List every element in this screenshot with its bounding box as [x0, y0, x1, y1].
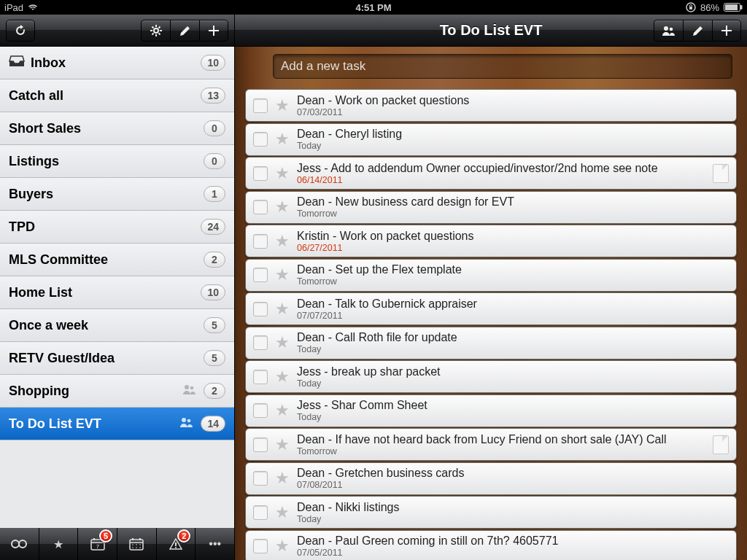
orientation-lock-icon [686, 2, 696, 12]
note-icon [713, 164, 729, 183]
add-task-button[interactable] [712, 20, 741, 42]
sidebar-item-count: 5 [204, 317, 225, 333]
task-row[interactable]: ★Jess - Shar Comm SheetToday [245, 394, 737, 427]
svg-point-30 [136, 544, 138, 545]
task-checkbox[interactable] [253, 234, 268, 249]
task-checkbox[interactable] [253, 438, 268, 452]
tab-today[interactable]: 7 5 [78, 528, 117, 560]
task-row[interactable]: ★Dean - If have not heard back from Lucy… [245, 428, 737, 461]
device-label: iPad [4, 2, 23, 13]
status-bar: iPad 4:51 PM 86% [0, 0, 747, 15]
sidebar-item-count: 1 [204, 186, 225, 202]
star-icon[interactable]: ★ [275, 469, 290, 488]
tab-more[interactable]: ••• [196, 528, 234, 560]
tasks-container[interactable]: ★Dean - Work on packet questions07/03/20… [235, 89, 747, 560]
tab-overdue[interactable]: 2 [157, 528, 196, 560]
svg-rect-3 [725, 4, 738, 10]
star-icon[interactable]: ★ [275, 164, 290, 183]
sidebar-item[interactable]: Shopping2 [0, 375, 234, 408]
star-icon[interactable]: ★ [275, 368, 290, 386]
task-row[interactable]: ★Dean - Set up the Flex templateTomorrow [245, 259, 737, 292]
sidebar-item[interactable]: Inbox10 [0, 47, 234, 79]
sidebar-item[interactable]: Listings0 [0, 145, 234, 178]
sidebar-item[interactable]: TPD24 [0, 211, 234, 244]
task-row[interactable]: ★Dean - Paul Green coming in still on 7t… [245, 530, 737, 561]
star-icon[interactable]: ★ [275, 130, 290, 149]
svg-point-38 [669, 27, 673, 31]
bottom-tabbar: ★ 7 5 2 ••• [0, 528, 234, 560]
settings-button[interactable] [141, 20, 170, 42]
tab-week[interactable] [117, 528, 157, 560]
svg-line-10 [152, 26, 153, 28]
task-row[interactable]: ★Dean - Call Roth file for updateToday [245, 327, 737, 359]
star-icon[interactable]: ★ [275, 333, 290, 352]
sidebar-item-label: To Do List EVT [9, 416, 101, 432]
sidebar-item-count: 2 [204, 383, 225, 399]
sidebar-item[interactable]: Short Sales0 [0, 112, 234, 145]
svg-point-18 [12, 540, 19, 548]
star-icon[interactable]: ★ [275, 96, 290, 115]
tab-all[interactable] [0, 528, 39, 560]
star-icon[interactable]: ★ [275, 435, 290, 454]
add-task-field[interactable] [273, 54, 732, 79]
task-row[interactable]: ★Dean - Talk to Gubernick appraiser07/07… [245, 292, 737, 325]
star-icon[interactable]: ★ [275, 198, 290, 217]
add-task-input[interactable] [281, 59, 724, 74]
task-row[interactable]: ★Dean - Cheryl listingToday [245, 123, 737, 156]
lists-container[interactable]: Inbox10Catch all13Short Sales0Listings0B… [0, 47, 234, 528]
svg-point-36 [175, 547, 177, 548]
star-icon[interactable]: ★ [275, 300, 290, 319]
task-checkbox[interactable] [253, 132, 268, 147]
sidebar-item[interactable]: Buyers1 [0, 178, 234, 211]
star-icon[interactable]: ★ [275, 503, 290, 522]
sidebar-item[interactable]: Home List10 [0, 276, 234, 309]
sidebar-item[interactable]: MLS Committee2 [0, 244, 234, 276]
task-row[interactable]: ★Kristin - Work on packet questions06/27… [245, 225, 737, 257]
svg-point-5 [154, 28, 158, 33]
sidebar-item[interactable]: RETV Guest/Idea5 [0, 342, 234, 375]
sidebar-item[interactable]: Once a week5 [0, 309, 234, 342]
edit-button[interactable] [170, 20, 199, 42]
svg-text:7: 7 [96, 543, 99, 550]
edit-tasks-button[interactable] [683, 20, 712, 42]
overdue-count-badge: 2 [177, 529, 190, 542]
star-icon[interactable]: ★ [275, 265, 290, 284]
star-icon[interactable]: ★ [275, 401, 290, 420]
task-row[interactable]: ★Jess - Add to addendum Owner occupied/i… [245, 157, 737, 190]
task-checkbox[interactable] [253, 471, 268, 486]
star-icon[interactable]: ★ [275, 232, 290, 251]
sidebar-toolbar [0, 15, 234, 47]
sidebar-item-count: 24 [201, 219, 225, 235]
refresh-button[interactable] [6, 20, 35, 42]
task-checkbox[interactable] [253, 200, 268, 214]
task-row[interactable]: ★Jess - break up shar packetToday [245, 360, 737, 393]
task-checkbox[interactable] [253, 98, 268, 113]
add-list-button[interactable] [199, 20, 228, 42]
task-checkbox[interactable] [253, 539, 268, 553]
task-title: Dean - Work on packet questions [297, 94, 729, 107]
task-checkbox[interactable] [253, 335, 268, 350]
sidebar-item[interactable]: Catch all13 [0, 79, 234, 112]
task-checkbox[interactable] [253, 403, 268, 418]
task-row[interactable]: ★Dean - New business card design for EVT… [245, 191, 737, 224]
task-checkbox[interactable] [253, 505, 268, 520]
task-checkbox[interactable] [253, 370, 268, 384]
task-checkbox[interactable] [253, 302, 268, 316]
svg-line-12 [152, 33, 153, 34]
task-checkbox[interactable] [253, 268, 268, 282]
star-icon[interactable]: ★ [275, 537, 290, 556]
task-date: 07/03/2011 [297, 107, 729, 117]
task-row[interactable]: ★Dean - Gretchen business cards07/08/201… [245, 462, 737, 495]
task-row[interactable]: ★Dean - Nikki listingsToday [245, 496, 737, 529]
tab-starred[interactable]: ★ [39, 528, 79, 560]
share-button[interactable] [654, 20, 683, 42]
task-date: Today [297, 141, 729, 151]
task-row[interactable]: ★Dean - Work on packet questions07/03/20… [245, 89, 737, 122]
sidebar-item[interactable]: To Do List EVT14 [0, 408, 234, 440]
svg-point-32 [133, 547, 134, 548]
main-panel: To Do List EVT ★Dean - Work on packet qu… [235, 15, 747, 560]
task-title: Dean - Nikki listings [297, 501, 729, 514]
task-title: Dean - Paul Green coming in still on 7th… [297, 534, 729, 548]
svg-point-16 [182, 418, 186, 422]
task-checkbox[interactable] [253, 166, 268, 181]
